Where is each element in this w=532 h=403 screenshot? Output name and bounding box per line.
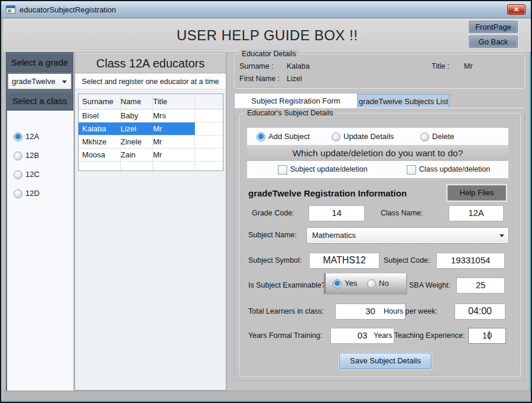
cell-blank[interactable] bbox=[192, 122, 223, 135]
first-name-label: First Name : bbox=[239, 75, 280, 83]
table-row[interactable]: Moosa Zain Mr bbox=[79, 149, 223, 162]
educators-panel-title: Class 12A educators bbox=[75, 53, 226, 73]
table-header-row: Surname Name Title bbox=[79, 94, 223, 109]
app-window: educatorSubjectRegistration ✕ USER HELP … bbox=[0, 0, 532, 403]
class-name-field[interactable]: 12A bbox=[449, 205, 504, 221]
radio-class-12b[interactable]: 12B bbox=[14, 151, 39, 160]
radio-label: 12B bbox=[25, 151, 39, 160]
class-update-checkbox[interactable] bbox=[407, 165, 416, 175]
cell-surname[interactable]: Moosa bbox=[79, 149, 121, 161]
subject-code-label: Subject Code: bbox=[384, 256, 430, 265]
years-experience-label: Years Teaching Experience: bbox=[374, 331, 465, 340]
radio-add-subject[interactable]: Add Subject bbox=[257, 132, 310, 141]
tab-subjects-list[interactable]: gradeTwelve Subjects List bbox=[358, 94, 449, 108]
radio-label: No bbox=[379, 279, 389, 288]
cell-surname[interactable]: Kalaba bbox=[79, 122, 121, 135]
subject-symbol-field[interactable]: MATHS12 bbox=[309, 253, 379, 269]
table-row[interactable]: Bisel Baby Mrs bbox=[79, 109, 223, 122]
cell-name[interactable]: Zain bbox=[117, 149, 153, 161]
educators-table: Surname Name Title Bisel Baby Mrs Kalaba… bbox=[78, 94, 223, 171]
title-bar: educatorSubjectRegistration ✕ bbox=[1, 1, 531, 18]
registration-info-heading: gradeTwelve Registration Information bbox=[248, 188, 407, 198]
cell-name[interactable]: Zinele bbox=[117, 136, 153, 148]
subject-symbol-label: Subject Symbol: bbox=[248, 256, 301, 265]
radio-icon bbox=[14, 170, 22, 179]
radio-update-details[interactable]: Update Details bbox=[332, 132, 394, 141]
cell-surname[interactable]: Mkhize bbox=[79, 136, 121, 148]
radio-class-12a[interactable]: 12A bbox=[14, 132, 39, 141]
radio-label: Yes bbox=[345, 279, 357, 288]
col-header-title[interactable]: Title bbox=[150, 94, 195, 109]
text-caret bbox=[489, 331, 489, 340]
grade-combobox[interactable]: gradeTwelve bbox=[8, 73, 72, 89]
window-title: educatorSubjectRegistration bbox=[20, 5, 116, 14]
col-header-name[interactable]: Name bbox=[117, 94, 153, 109]
sidebar: Select a grade gradeTwelve Select a clas… bbox=[6, 52, 73, 391]
title-label: Title : bbox=[432, 62, 449, 70]
select-grade-header: Select a grade bbox=[7, 53, 73, 72]
col-header-blank bbox=[192, 94, 223, 109]
radio-selected-icon bbox=[257, 133, 265, 141]
page-title: USER HELP GUIDE BOX !! bbox=[4, 27, 530, 44]
frontpage-button[interactable]: FrontPage bbox=[469, 21, 518, 33]
educators-panel: Class 12A educators Select and register … bbox=[74, 52, 226, 391]
mode-strip: Add Subject Update Details Delete bbox=[247, 128, 508, 145]
cell-name[interactable]: Baby bbox=[117, 109, 153, 122]
cell-surname[interactable]: Bisel bbox=[79, 109, 121, 122]
col-header-surname[interactable]: Surname bbox=[79, 94, 121, 109]
subject-code-field[interactable]: 19331054 bbox=[436, 253, 505, 269]
subject-update-label: Subject update/deletion bbox=[290, 165, 368, 173]
radio-selected-icon bbox=[333, 279, 342, 288]
close-icon[interactable]: ✕ bbox=[507, 4, 525, 15]
cell-title[interactable]: Mr bbox=[150, 149, 195, 161]
header-strip: USER HELP GUIDE BOX !! FrontPage Go Back bbox=[4, 19, 531, 51]
radio-label: 12C bbox=[25, 170, 40, 179]
subject-details-groupbox: Educator's Subject Details Add Subject U… bbox=[239, 113, 521, 377]
go-back-button[interactable]: Go Back bbox=[469, 36, 518, 48]
cell-name[interactable]: Lizel bbox=[117, 122, 153, 135]
cell-blank[interactable] bbox=[192, 136, 223, 148]
cell-title[interactable]: Mr bbox=[150, 122, 195, 135]
save-subject-button[interactable]: Save Subject Details bbox=[339, 353, 432, 369]
tab-subject-registration[interactable]: Subject Registration Form bbox=[234, 93, 358, 108]
radio-label: 12D bbox=[25, 189, 40, 198]
subject-registration-panel: Educator's Subject Details Add Subject U… bbox=[234, 108, 525, 381]
years-experience-field[interactable]: 10 bbox=[468, 328, 506, 344]
chevron-down-icon bbox=[499, 234, 504, 237]
sba-weight-field[interactable]: 25 bbox=[456, 278, 505, 294]
radio-delete[interactable]: Delete bbox=[420, 132, 455, 141]
hours-field[interactable]: 04:00 bbox=[455, 304, 505, 320]
radio-label: Update Details bbox=[343, 132, 394, 141]
subject-name-value: Mathematics bbox=[312, 231, 356, 240]
table-row-empty[interactable] bbox=[79, 162, 223, 171]
radio-class-12c[interactable]: 12C bbox=[14, 170, 40, 179]
radio-icon bbox=[420, 133, 429, 141]
bottom-strip bbox=[4, 391, 531, 401]
grade-code-field[interactable]: 14 bbox=[309, 205, 365, 221]
examinable-label: Is Subject Examinable? bbox=[248, 281, 326, 289]
title-value: Mr bbox=[464, 62, 473, 70]
table-row-selected[interactable]: Kalaba Lizel Mr bbox=[79, 122, 223, 136]
grade-combobox-value: gradeTwelve bbox=[12, 77, 56, 86]
radio-icon bbox=[367, 279, 376, 288]
subject-update-checkbox[interactable] bbox=[278, 165, 287, 175]
cell-blank[interactable] bbox=[192, 109, 223, 122]
grade-code-label: Grade Code: bbox=[252, 209, 294, 217]
educator-details-groupbox: Educator Details Surname : Kalaba Title … bbox=[234, 54, 525, 89]
cell-title[interactable]: Mrs bbox=[150, 109, 195, 122]
cell-title[interactable]: Mr bbox=[150, 136, 195, 148]
class-name-label: Class Name: bbox=[381, 209, 423, 217]
educator-details-legend: Educator Details bbox=[239, 50, 299, 58]
subject-name-dropdown[interactable]: Mathematics bbox=[306, 227, 509, 244]
radio-examinable-no[interactable]: No bbox=[367, 279, 389, 288]
help-files-button[interactable]: Help Files bbox=[447, 185, 506, 201]
subject-name-label: Subject Name: bbox=[248, 231, 297, 239]
table-row[interactable]: Mkhize Zinele Mr bbox=[79, 136, 223, 149]
radio-class-12d[interactable]: 12D bbox=[14, 189, 40, 198]
cell-blank[interactable] bbox=[192, 149, 223, 161]
first-name-value: Lizel bbox=[287, 75, 302, 83]
radio-examinable-yes[interactable]: Yes bbox=[333, 279, 357, 288]
select-class-header: Select a class bbox=[7, 92, 73, 110]
radio-icon bbox=[14, 189, 22, 198]
subject-details-legend: Educator's Subject Details bbox=[245, 109, 336, 117]
